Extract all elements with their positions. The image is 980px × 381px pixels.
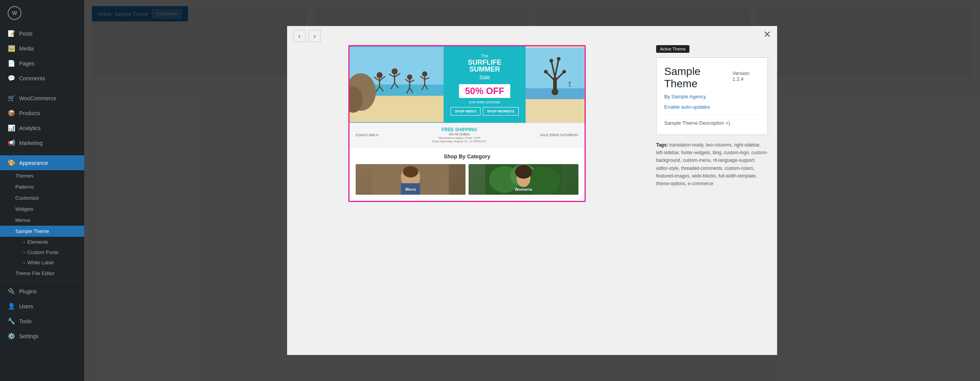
svg-point-38 — [544, 70, 548, 74]
sidebar-item-settings[interactable]: ⚙️ Settings — [0, 329, 84, 344]
preview-hero-left — [350, 46, 444, 123]
sidebar-sub-theme-file-editor-label: Theme File Editor — [15, 270, 55, 276]
svg-point-50 — [403, 166, 418, 177]
svg-point-19 — [407, 74, 412, 80]
sidebar-sub-widgets[interactable]: Widgets — [0, 204, 84, 215]
theme-preview-frame: The SURFLIFE SUMMER Sale 50% OFF your en… — [348, 45, 586, 202]
sidebar-sub-themes[interactable]: Themes — [0, 170, 84, 181]
theme-info-pane: Active Theme Sample Theme Version: 1.2.4… — [647, 26, 777, 355]
preview-hero: The SURFLIFE SUMMER Sale 50% OFF your en… — [350, 46, 585, 123]
modal-prev-button[interactable]: ‹ — [293, 30, 305, 42]
category-womens: Womens — [469, 164, 578, 195]
modal-next-button[interactable]: › — [309, 30, 321, 42]
sidebar-item-pages-label: Pages — [19, 60, 34, 67]
sidebar-sub-widgets-label: Widgets — [15, 206, 33, 212]
sidebar-sub-menus[interactable]: Menus — [0, 215, 84, 226]
media-icon: 🖼️ — [8, 45, 15, 52]
svg-point-42 — [550, 59, 554, 63]
theme-info-card: Sample Theme Version: 1.2.4 By Sample Ag… — [656, 57, 768, 135]
sidebar-sub-sample-theme[interactable]: Sample Theme — [0, 226, 84, 237]
theme-preview-pane: The SURFLIFE SUMMER Sale 50% OFF your en… — [287, 26, 647, 355]
sidebar-sub-white-label[interactable]: → White Label — [0, 257, 84, 268]
sidebar-sub-custom-fonts[interactable]: → Custom Fonts — [0, 247, 84, 257]
sidebar-item-pages[interactable]: 📄 Pages — [0, 56, 84, 71]
comments-icon: 💬 — [8, 75, 15, 82]
svg-text:W: W — [12, 10, 17, 16]
sidebar-item-products-label: Products — [19, 110, 40, 116]
sidebar-sub-customize[interactable]: Customize — [0, 192, 84, 204]
sidebar-item-appearance[interactable]: 🎨 Appearance — [0, 155, 84, 170]
plugins-icon: 🔌 — [8, 288, 15, 295]
svg-point-39 — [562, 70, 566, 74]
preview-categories: Shop By Category — [350, 147, 585, 201]
sidebar-item-woocommerce[interactable]: 🛒 WooCommerce — [0, 91, 84, 106]
shipping-title: FREE SHIPPING — [432, 127, 486, 132]
sidebar-item-analytics-label: Analytics — [19, 125, 41, 131]
category-mens-label: Mens — [405, 187, 416, 192]
sidebar-item-analytics[interactable]: 📊 Analytics — [0, 120, 84, 135]
shipping-center: FREE SHIPPING On All Orders *Exclusions … — [432, 127, 486, 143]
sidebar-divider-1 — [0, 88, 84, 88]
tags-label: Tags: — [656, 142, 668, 148]
sidebar-item-tools[interactable]: 🔧 Tools — [0, 314, 84, 329]
svg-point-25 — [422, 72, 428, 77]
shipping-subtitle: On All Orders — [432, 132, 486, 136]
sidebar-divider-2 — [0, 153, 84, 153]
active-theme-badge: Active Theme — [656, 45, 689, 53]
sidebar-sub-patterns-label: Patterns — [15, 184, 34, 190]
sidebar-sub-theme-file-editor[interactable]: Theme File Editor — [0, 268, 84, 279]
sidebar-item-products[interactable]: 📦 Products — [0, 106, 84, 120]
sidebar-sub-patterns[interactable]: Patterns — [0, 181, 84, 192]
sidebar-sub-white-label-label: → White Label — [21, 260, 54, 265]
sidebar-item-comments[interactable]: 💬 Comments — [0, 71, 84, 86]
hero-title1: SURFLIFE — [468, 59, 501, 66]
svg-point-7 — [377, 72, 383, 78]
analytics-icon: 📊 — [8, 124, 15, 132]
shipping-ends: Ends Saturday, August 14, 11:59PM ET — [432, 140, 486, 143]
page-content: Active: Sample Theme Customize ‹ › ✕ — [84, 0, 980, 381]
theme-version: Version: 1.2.4 — [732, 70, 760, 82]
author-link[interactable]: Sample Agency — [671, 94, 706, 99]
sidebar-sub-elements[interactable]: → Elements — [0, 237, 84, 247]
sidebar-item-marketing[interactable]: 📢 Marketing — [0, 135, 84, 150]
shop-mens-button[interactable]: SHOP MEN'S — [451, 107, 480, 116]
hero-the-label: The — [481, 54, 488, 58]
modal-close-button[interactable]: ✕ — [763, 30, 771, 39]
theme-by: By Sample Agency — [664, 94, 760, 99]
sidebar-sub-customize-label: Customize — [15, 195, 39, 201]
theme-tags: Tags: translation-ready, two-columns, ri… — [656, 141, 768, 188]
sidebar-sub-sample-theme-label: Sample Theme — [15, 228, 49, 234]
sidebar-item-plugins-label: Plugins — [19, 288, 37, 295]
sidebar-item-woocommerce-label: WooCommerce — [19, 95, 56, 101]
shipping-disclaimer: *Exclusions Apply | Code: SHF — [432, 136, 486, 140]
preview-hero-center: The SURFLIFE SUMMER Sale 50% OFF your en… — [444, 46, 526, 123]
hero-sub: your entire purchase — [469, 100, 500, 104]
preview-hero-right — [526, 46, 585, 123]
tools-icon: 🔧 — [8, 318, 15, 325]
auto-update-link[interactable]: Enable auto-updates — [664, 104, 760, 110]
sidebar-sub-custom-fonts-label: → Custom Fonts — [21, 249, 59, 255]
theme-description: Sample Theme Description =) — [664, 114, 760, 127]
sidebar-item-plugins[interactable]: 🔌 Plugins — [0, 284, 84, 299]
posts-icon: 📝 — [8, 30, 15, 37]
sidebar-item-media[interactable]: 🖼️ Media — [0, 41, 84, 56]
svg-point-43 — [557, 57, 561, 61]
sidebar-item-posts[interactable]: 📝 Posts — [0, 26, 84, 41]
hero-buttons: SHOP MEN'S SHOP WOMEN'S — [451, 107, 518, 116]
users-icon: 👤 — [8, 303, 15, 310]
by-label: By — [664, 94, 670, 99]
theme-modal-overlay: ‹ › ✕ — [84, 0, 980, 381]
theme-name-row: Sample Theme Version: 1.2.4 — [664, 65, 760, 90]
settings-icon: ⚙️ — [8, 332, 15, 340]
svg-point-13 — [392, 68, 398, 75]
sidebar-item-users-label: Users — [19, 303, 33, 309]
pages-icon: 📄 — [8, 60, 15, 67]
main-content: Active: Sample Theme Customize ‹ › ✕ — [84, 0, 980, 381]
marketing-icon: 📢 — [8, 139, 15, 147]
sidebar-item-users[interactable]: 👤 Users — [0, 299, 84, 314]
sidebar-divider-3 — [0, 281, 84, 282]
categories-title: Shop By Category — [356, 153, 578, 160]
shop-womens-button[interactable]: SHOP WOMEN'S — [483, 107, 518, 116]
shipping-days-label: 3 DAYS ONLY! — [356, 133, 379, 137]
woocommerce-icon: 🛒 — [8, 94, 15, 102]
